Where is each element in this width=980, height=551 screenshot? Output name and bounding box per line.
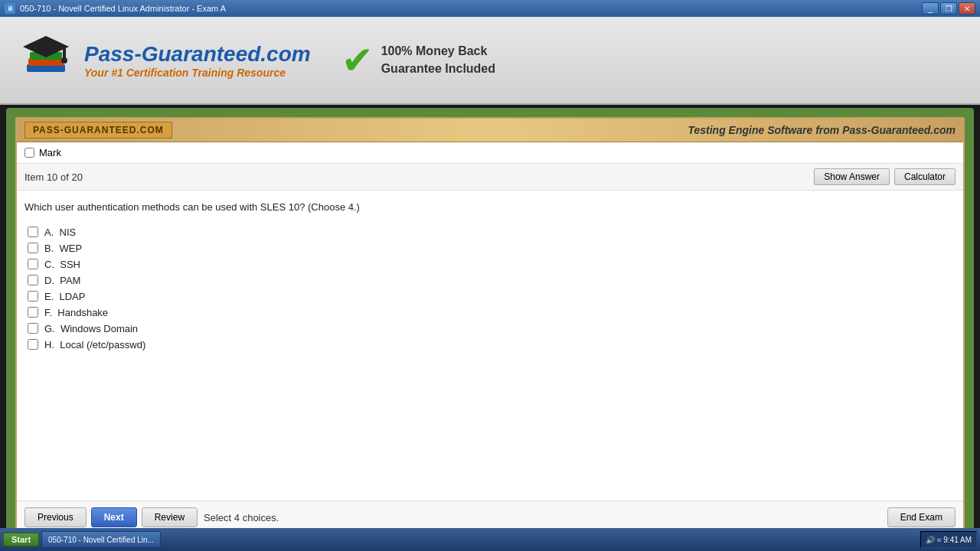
mark-area: Mark xyxy=(17,142,963,164)
mark-checkbox[interactable] xyxy=(24,148,34,158)
checkmark-area: ✔ 100% Money Back Guarantee Included xyxy=(341,41,495,80)
restore-button[interactable]: ❐ xyxy=(940,2,957,15)
logo-icon xyxy=(15,30,77,91)
main-inner: PASS-GUARANTEED.COM Testing Engine Softw… xyxy=(15,117,965,535)
minimize-button[interactable]: _ xyxy=(922,2,939,15)
choice-label-b[interactable]: B. WEP xyxy=(44,243,82,254)
choice-label-e[interactable]: E. LDAP xyxy=(44,291,85,302)
choice-checkbox-h[interactable] xyxy=(28,339,38,350)
footer-left: Previous Next Review Select 4 choices. xyxy=(24,507,279,527)
guarantee-line2: Guarantee Included xyxy=(381,60,495,77)
previous-button[interactable]: Previous xyxy=(24,507,87,527)
choice-item-e: E. LDAP xyxy=(24,289,956,305)
show-answer-button[interactable]: Show Answer xyxy=(814,168,890,185)
clock: 🔊 ≈ 9:41 AM xyxy=(926,536,972,544)
title-bar: 🖥 050-710 - Novell Certified Linux Admin… xyxy=(0,0,980,17)
choice-checkbox-e[interactable] xyxy=(28,291,38,302)
question-text: Which user authentication methods can be… xyxy=(17,191,963,221)
question-buttons: Show Answer Calculator xyxy=(814,168,956,185)
choice-item-a: A. NIS xyxy=(24,224,956,240)
next-button[interactable]: Next xyxy=(91,507,137,527)
choices-list: A. NIS B. WEP C. SSH D. PAM xyxy=(17,221,963,356)
choice-checkbox-d[interactable] xyxy=(28,275,38,285)
guarantee-line1: 100% Money Back xyxy=(381,43,495,60)
choice-item-h: H. Local (/etc/passwd) xyxy=(24,337,956,353)
window-controls: _ ❐ ✕ xyxy=(922,2,975,15)
inner-title: Testing Engine Software from Pass-Guaran… xyxy=(688,124,956,136)
logo-area: Pass-Guaranteed.com Your #1 Certificatio… xyxy=(15,30,311,91)
logo-title: Pass-Guaranteed.com xyxy=(84,42,311,67)
choice-item-f: F. Handshake xyxy=(24,305,956,321)
question-area: Item 10 of 20 Show Answer Calculator Whi… xyxy=(17,164,963,500)
choice-label-c[interactable]: C. SSH xyxy=(44,259,80,270)
choice-label-d[interactable]: D. PAM xyxy=(44,275,80,286)
choice-checkbox-f[interactable] xyxy=(28,307,38,318)
choice-item-d: D. PAM xyxy=(24,272,956,289)
question-header: Item 10 of 20 Show Answer Calculator xyxy=(17,164,963,191)
mark-label[interactable]: Mark xyxy=(39,147,61,158)
logo-subtitle: Your #1 Certification Training Resource xyxy=(84,67,311,79)
choice-checkbox-a[interactable] xyxy=(28,227,38,237)
inner-header: PASS-GUARANTEED.COM Testing Engine Softw… xyxy=(17,119,963,142)
choice-label-a[interactable]: A. NIS xyxy=(44,227,76,238)
inner-logo: PASS-GUARANTEED.COM xyxy=(24,122,172,139)
footer-status: Select 4 choices. xyxy=(204,512,279,523)
taskbar-active-window[interactable]: 050-710 - Novell Certified Lin... xyxy=(41,531,161,548)
choice-item-g: G. Windows Domain xyxy=(24,321,956,337)
system-tray: 🔊 ≈ 9:41 AM xyxy=(920,531,977,548)
question-scroll: Item 10 of 20 Show Answer Calculator Whi… xyxy=(17,164,963,500)
end-exam-button[interactable]: End Exam xyxy=(887,507,956,527)
choice-label-g[interactable]: G. Windows Domain xyxy=(44,323,138,334)
close-button[interactable]: ✕ xyxy=(959,2,975,15)
calculator-button[interactable]: Calculator xyxy=(894,168,956,185)
window-title: 050-710 - Novell Certified Linux Adminis… xyxy=(20,4,922,13)
start-button[interactable]: Start xyxy=(3,533,39,546)
choice-label-f[interactable]: F. Handshake xyxy=(44,307,108,318)
choice-checkbox-c[interactable] xyxy=(28,259,38,269)
choice-checkbox-g[interactable] xyxy=(28,323,38,334)
choice-checkbox-b[interactable] xyxy=(28,243,38,253)
nav-buttons: Previous Next Review xyxy=(24,507,198,527)
main-wrapper: PASS-GUARANTEED.COM Testing Engine Softw… xyxy=(6,108,974,544)
choice-item-b: B. WEP xyxy=(24,240,956,256)
checkmark-icon: ✔ xyxy=(341,41,374,80)
review-button[interactable]: Review xyxy=(142,507,198,527)
item-number: Item 10 of 20 xyxy=(24,171,83,183)
window-icon: 🖥 xyxy=(5,3,15,14)
taskbar: Start 050-710 - Novell Certified Lin... … xyxy=(0,528,980,551)
choice-item-c: C. SSH xyxy=(24,256,956,272)
guarantee-text: 100% Money Back Guarantee Included xyxy=(381,43,495,77)
app-header: Pass-Guaranteed.com Your #1 Certificatio… xyxy=(0,17,980,105)
choice-label-h[interactable]: H. Local (/etc/passwd) xyxy=(44,339,145,350)
logo-text: Pass-Guaranteed.com Your #1 Certificatio… xyxy=(84,42,311,79)
